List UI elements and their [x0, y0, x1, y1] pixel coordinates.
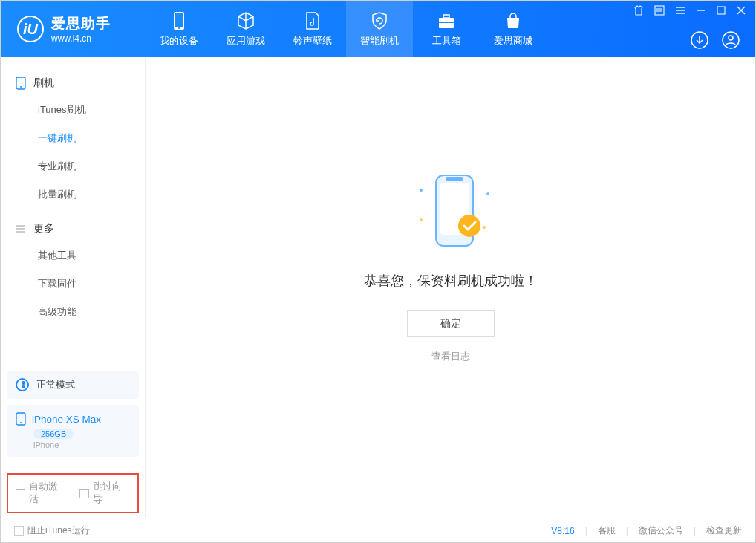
- update-link[interactable]: 检查更新: [706, 524, 742, 537]
- svg-point-27: [483, 226, 486, 229]
- sidebar-item-oneclick[interactable]: 一键刷机: [1, 124, 145, 152]
- mode-icon: [16, 378, 29, 391]
- window-controls: [633, 5, 746, 16]
- svg-rect-1: [175, 13, 183, 27]
- user-icon[interactable]: [721, 30, 740, 50]
- ok-button[interactable]: 确定: [407, 310, 495, 337]
- sidebar-item-advanced[interactable]: 高级功能: [1, 298, 145, 326]
- tab-store[interactable]: 爱思商城: [480, 1, 547, 57]
- nav-tabs: 我的设备 应用游戏 铃声壁纸 智能刷机 工具箱 爱思商城: [146, 1, 547, 57]
- svg-point-31: [458, 215, 480, 237]
- maximize-icon[interactable]: [717, 6, 726, 15]
- close-icon[interactable]: [736, 5, 746, 16]
- app-url: www.i4.cn: [51, 33, 111, 44]
- device-icon: [16, 77, 26, 90]
- tab-toolbox[interactable]: 工具箱: [413, 1, 480, 57]
- phone-small-icon: [16, 412, 26, 426]
- device-type: iPhone: [33, 440, 59, 449]
- app-logo-icon: iU: [17, 16, 44, 42]
- checkbox-auto-activate[interactable]: 自动激活: [16, 481, 66, 506]
- svg-rect-4: [443, 15, 449, 18]
- checkbox-block-itunes[interactable]: 阻止iTunes运行: [14, 524, 90, 537]
- minimize-icon[interactable]: [696, 5, 706, 16]
- device-info[interactable]: iPhone XS Max 256GB iPhone: [7, 405, 139, 457]
- cube-icon: [236, 11, 255, 30]
- sidebar-item-other-tools[interactable]: 其他工具: [1, 241, 145, 270]
- svg-rect-6: [655, 6, 664, 15]
- svg-point-18: [729, 36, 733, 40]
- storage-badge: 256GB: [33, 429, 74, 439]
- checkbox-skip-wizard[interactable]: 跳过向导: [79, 481, 130, 506]
- sidebar-item-download-fw[interactable]: 下载固件: [1, 270, 145, 298]
- sidebar: 刷机 iTunes刷机 一键刷机 专业刷机 批量刷机 更多 其他工具 下载固件 …: [1, 57, 146, 518]
- app-header: iU 爱思助手 www.i4.cn 我的设备 应用游戏 铃声壁纸 智能刷机 工具…: [1, 1, 755, 57]
- footer: 阻止iTunes运行 V8.16 | 客服 | 微信公众号 | 检查更新: [1, 518, 755, 543]
- phone-icon: [172, 11, 186, 30]
- tab-apps-games[interactable]: 应用游戏: [212, 1, 279, 57]
- bag-icon: [504, 11, 522, 30]
- more-icon: [16, 224, 26, 234]
- svg-point-25: [20, 422, 22, 423]
- list-icon[interactable]: [654, 5, 665, 16]
- logo-area: iU 爱思助手 www.i4.cn: [1, 14, 146, 44]
- music-file-icon: [304, 11, 321, 30]
- svg-rect-30: [446, 177, 463, 181]
- tab-smart-flash[interactable]: 智能刷机: [346, 1, 413, 57]
- svg-point-20: [20, 86, 22, 88]
- success-illustration: [399, 168, 503, 257]
- wechat-link[interactable]: 微信公众号: [639, 524, 683, 537]
- svg-point-2: [178, 27, 180, 29]
- svg-rect-5: [439, 22, 454, 23]
- section-more: 更多: [1, 216, 145, 241]
- tab-my-device[interactable]: 我的设备: [146, 1, 212, 57]
- menu-icon[interactable]: [675, 5, 685, 16]
- sidebar-item-pro[interactable]: 专业刷机: [1, 152, 145, 181]
- app-name: 爱思助手: [51, 14, 111, 33]
- sidebar-item-itunes[interactable]: iTunes刷机: [1, 96, 145, 124]
- svg-point-26: [420, 189, 423, 192]
- shield-refresh-icon: [370, 11, 389, 30]
- support-link[interactable]: 客服: [598, 524, 616, 537]
- view-log-link[interactable]: 查看日志: [431, 351, 470, 363]
- main-content: 恭喜您，保资料刷机成功啦！ 确定 查看日志: [146, 57, 755, 518]
- toolbox-icon: [437, 11, 456, 30]
- section-flash: 刷机: [1, 71, 145, 96]
- svg-rect-13: [717, 7, 725, 14]
- sidebar-item-batch[interactable]: 批量刷机: [1, 181, 145, 209]
- shirt-icon[interactable]: [633, 5, 644, 16]
- success-message: 恭喜您，保资料刷机成功啦！: [364, 272, 538, 290]
- device-panel: 正常模式 iPhone XS Max 256GB iPhone: [7, 371, 139, 463]
- download-icon[interactable]: [690, 30, 709, 50]
- device-mode[interactable]: 正常模式: [7, 371, 139, 399]
- tab-ringtones[interactable]: 铃声壁纸: [279, 1, 346, 57]
- version-label[interactable]: V8.16: [551, 526, 574, 536]
- options-highlight: 自动激活 跳过向导: [7, 473, 139, 513]
